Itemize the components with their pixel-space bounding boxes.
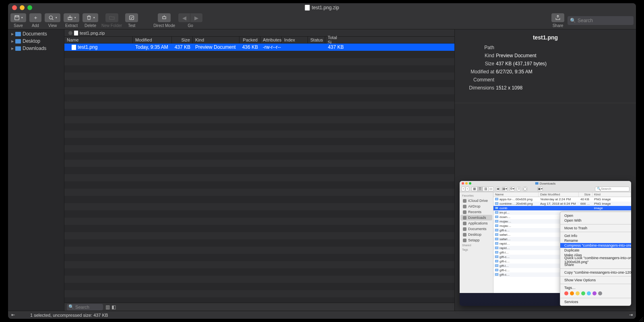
finder-sidebar-item: Desktop: [460, 232, 492, 237]
inspector-collapse-icon[interactable]: ⇥: [629, 312, 633, 318]
info-size-label: Size: [458, 61, 494, 66]
finder-header-kind: Kind: [592, 192, 631, 197]
sidebar-item-downloads[interactable]: ▶Downloads: [8, 45, 64, 52]
layout-toggle-icon[interactable]: ▥: [105, 304, 110, 310]
finder-row: combine-…20x646.pngAug 17, 2018 at 6:24 …: [493, 202, 631, 206]
finder-sidebar-item: Downloads: [460, 215, 492, 220]
sidebar: ▶Documents ▶Desktop ▶Downloads: [8, 29, 64, 311]
info-size-value: 437 KB (437,197 bytes): [496, 61, 633, 66]
add-button[interactable]: ＋: [29, 13, 41, 22]
finder-sidebar-item: Setapp: [460, 237, 492, 243]
tag-color-icon: [564, 291, 568, 295]
finder-search: 🔍 Search: [595, 187, 630, 191]
info-dimensions-value: 1512 x 1098: [496, 85, 633, 91]
test-button[interactable]: [125, 13, 138, 22]
column-view-icon: ▥: [483, 187, 488, 191]
context-menu-item: Get Info: [560, 233, 631, 238]
sidebar-item-icon: [463, 233, 466, 237]
file-row[interactable]: test1.pngToday, 9:35 AM437 KBPreview Doc…: [64, 44, 454, 51]
status-bar: ⇤ 1 selected, uncompressed size: 437 KB …: [8, 311, 636, 319]
preview-image: Downloads ‹› ▦ ☰ ▥ ▭ ◉ ▦▾: [460, 181, 631, 306]
search-icon: 🔍: [68, 304, 74, 310]
header-status[interactable]: Status: [308, 37, 325, 43]
disclosure-triangle-icon[interactable]: ▶: [11, 47, 14, 50]
header-size[interactable]: Size: [172, 37, 193, 43]
empty-row: [64, 102, 454, 109]
finder-row: apps-for-…00x628.pngYesterday at 2:24 PM…: [493, 197, 631, 202]
header-attributes[interactable]: Attributes: [260, 37, 282, 43]
empty-row: [64, 116, 454, 123]
minimize-window-button[interactable]: [20, 5, 25, 10]
empty-row: [64, 268, 454, 276]
zoom-window-button[interactable]: [27, 5, 32, 10]
empty-row: [64, 181, 454, 189]
context-menu-item: Move to Trash: [560, 226, 631, 231]
sidebar-item-documents[interactable]: ▶Documents: [8, 30, 64, 37]
header-name[interactable]: Name: [64, 37, 133, 43]
toolbar: ▾ Save ＋ Add ▾ View ▾ Extract ▾ Delete N…: [8, 12, 636, 29]
empty-row: [64, 94, 454, 102]
window-title: test1.png.zip: [312, 5, 339, 10]
direct-mode-label: Direct Mode: [153, 23, 175, 28]
status-text: 1 selected, uncompressed size: 437 KB: [30, 313, 108, 318]
new-folder-label: New Folder: [101, 23, 122, 28]
context-menu-item: Copy "combine-messangers-into-one-1200x6…: [560, 270, 631, 275]
go-forward-button: ▶: [190, 13, 202, 22]
delete-button[interactable]: ▾: [83, 13, 98, 22]
disclosure-triangle-icon[interactable]: ▶: [11, 39, 14, 43]
folder-icon: [15, 46, 21, 51]
sidebar-item-label: Desktop: [23, 38, 40, 44]
empty-row: [64, 254, 454, 261]
empty-row: [64, 276, 454, 283]
gallery-view-icon: ▭: [488, 187, 494, 191]
view-label: View: [48, 23, 57, 28]
sidebar-group-tags: Tags: [460, 247, 493, 252]
filter-search-input[interactable]: 🔍 Search: [67, 304, 103, 310]
finder-header-modified: Date Modified: [539, 192, 579, 197]
info-panel: test1.png Path KindPreview Document Size…: [455, 29, 636, 311]
finder-title: Downloads: [540, 182, 556, 185]
sidebar-collapse-icon[interactable]: ⇤: [11, 312, 15, 318]
empty-row: [64, 131, 454, 138]
empty-row: [64, 167, 454, 174]
sidebar-item-label: Downloads: [23, 46, 46, 51]
info-kind-label: Kind: [458, 53, 494, 58]
context-menu-item: Services▸: [560, 299, 631, 304]
tab-archive[interactable]: test1.png.zip: [66, 31, 107, 35]
folder-icon: [15, 32, 21, 36]
extract-button[interactable]: ▾: [64, 13, 79, 22]
header-packed[interactable]: Packed: [239, 37, 260, 43]
go-label: Go: [188, 23, 193, 28]
tag-color-icon: [570, 291, 574, 295]
header-index[interactable]: Index: [282, 37, 308, 43]
header-total-size[interactable]: Total Si…: [325, 37, 346, 43]
svg-point-2: [49, 16, 52, 19]
header-kind[interactable]: Kind: [193, 37, 239, 43]
sidebar-item-icon: [463, 205, 466, 208]
view-button[interactable]: ▾: [45, 13, 60, 22]
toolbar-search-input[interactable]: 🔍 Search: [568, 16, 634, 25]
share-button[interactable]: [551, 13, 564, 22]
header-modified[interactable]: Modified: [133, 37, 172, 43]
close-tab-button[interactable]: [68, 31, 72, 35]
direct-mode-button[interactable]: [158, 13, 171, 22]
context-menu-item: Open: [560, 213, 631, 218]
back-icon: ‹: [461, 187, 465, 191]
finder-header-size: Size: [579, 192, 592, 197]
empty-row: [64, 225, 454, 232]
disclosure-triangle-icon[interactable]: ▶: [11, 32, 14, 36]
info-path-value: [496, 45, 633, 50]
empty-row: [64, 247, 454, 254]
close-window-button[interactable]: [12, 5, 17, 10]
bottom-bar: 🔍 Search ▥◧: [64, 303, 454, 311]
zoom-icon: [469, 182, 471, 185]
info-comment-value: [496, 77, 633, 83]
context-menu-item: Tags…: [560, 285, 631, 290]
preview-toggle-icon[interactable]: ◧: [111, 304, 116, 310]
finder-sidebar-item: Applications: [460, 220, 492, 226]
empty-row: [64, 87, 454, 94]
file-list[interactable]: test1.pngToday, 9:35 AM437 KBPreview Doc…: [64, 44, 454, 303]
empty-row: [64, 145, 454, 152]
sidebar-item-desktop[interactable]: ▶Desktop: [8, 37, 64, 45]
save-button[interactable]: ▾: [10, 13, 26, 22]
